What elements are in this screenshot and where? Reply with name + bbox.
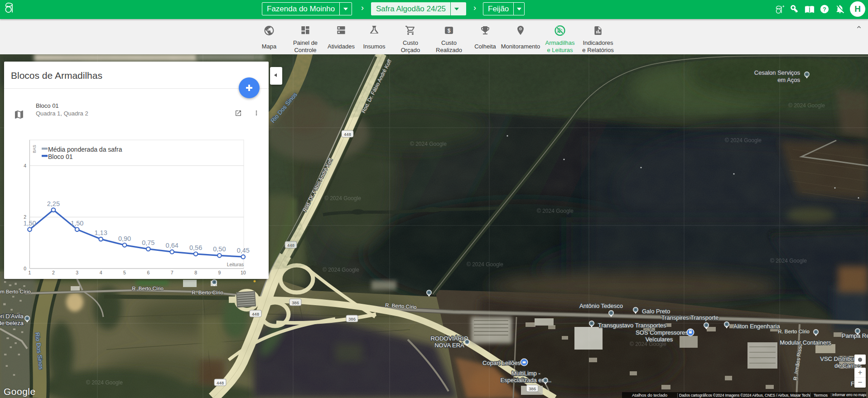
svg-text:0,45: 0,45 xyxy=(237,247,250,254)
svg-text:9: 9 xyxy=(218,270,221,275)
svg-text:7: 7 xyxy=(171,270,174,275)
svg-text:6: 6 xyxy=(147,270,149,275)
svg-text:1,50: 1,50 xyxy=(23,220,36,227)
svg-text:1,13: 1,13 xyxy=(94,229,107,236)
svg-text:0: 0 xyxy=(24,266,26,271)
svg-text:0,75: 0,75 xyxy=(142,239,154,246)
svg-text:3: 3 xyxy=(76,270,78,275)
svg-text:10: 10 xyxy=(241,270,246,275)
svg-text:2: 2 xyxy=(24,214,26,220)
svg-text:1,50: 1,50 xyxy=(71,220,83,227)
svg-text:1: 1 xyxy=(29,270,31,275)
svg-text:2,25: 2,25 xyxy=(47,200,60,207)
svg-text:?: ? xyxy=(823,6,826,13)
svg-text:0,64: 0,64 xyxy=(166,242,178,249)
svg-text:$: $ xyxy=(448,28,451,34)
svg-text:Bloco 01: Bloco 01 xyxy=(48,153,73,160)
svg-text:0,56: 0,56 xyxy=(189,244,202,251)
svg-text:Leituras: Leituras xyxy=(227,262,244,267)
svg-text:2: 2 xyxy=(52,270,55,275)
svg-text:4: 4 xyxy=(24,163,26,168)
svg-text:5: 5 xyxy=(123,270,126,275)
svg-text:0,50: 0,50 xyxy=(213,245,226,253)
svg-text:BAS: BAS xyxy=(32,145,37,153)
svg-text:8: 8 xyxy=(194,270,197,275)
svg-text:4: 4 xyxy=(100,270,102,275)
svg-text:Média ponderada da safra: Média ponderada da safra xyxy=(48,146,122,153)
svg-text:0,90: 0,90 xyxy=(118,235,131,242)
